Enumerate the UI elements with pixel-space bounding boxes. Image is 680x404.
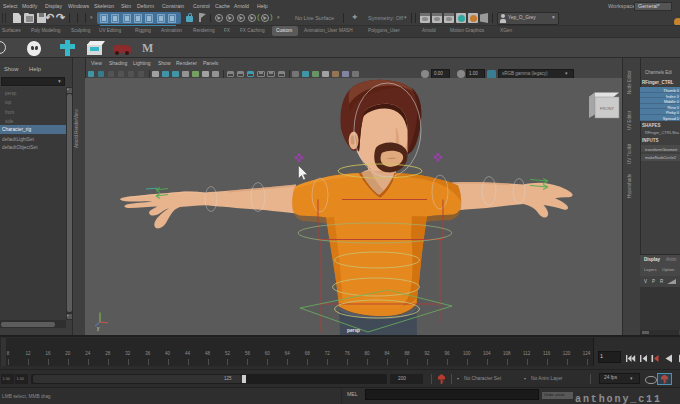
svg-text:y: y [97, 326, 100, 331]
svg-text:persp: persp [347, 328, 360, 333]
svg-text:FRONT: FRONT [600, 106, 614, 111]
